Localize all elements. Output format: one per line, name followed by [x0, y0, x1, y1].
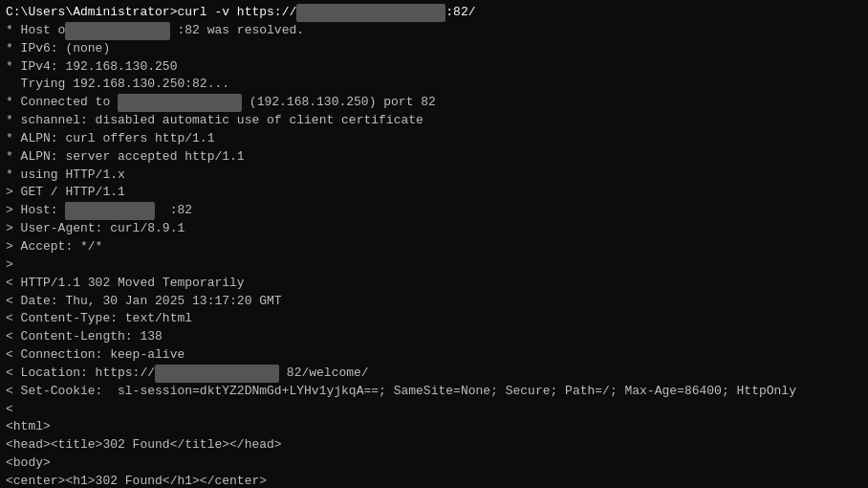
terminal-line-1: * Host o :82 was resolved. [6, 22, 862, 40]
terminal-line-21: < Set-Cookie: sl-session=dktYZ2DNmGd+LYH… [6, 383, 862, 401]
terminal-line-10: > GET / HTTP/1.1 [6, 184, 862, 202]
redacted-3 [65, 202, 155, 220]
terminal-line-18: < Content-Length: 138 [6, 328, 862, 346]
terminal-line-15: < HTTP/1.1 302 Moved Temporarily [6, 275, 862, 293]
terminal-line-11: > Host: :82 [6, 202, 862, 220]
terminal-line-6: * schannel: disabled automatic use of cl… [6, 112, 862, 130]
terminal-line-16: < Date: Thu, 30 Jan 2025 13:17:20 GMT [6, 293, 862, 311]
terminal-line-13: > Accept: */* [6, 238, 862, 256]
terminal-line-2: * IPv6: (none) [6, 40, 862, 58]
terminal-line-8: * ALPN: server accepted http/1.1 [6, 148, 862, 166]
prompt-port: :82/ [445, 5, 475, 19]
terminal-line-3: * IPv4: 192.168.130.250 [6, 58, 862, 77]
prompt-line: C:\Users\Administrator>curl -v https:// … [6, 4, 862, 22]
terminal-line-20: < Location: https:// 82/welcome/ [6, 365, 862, 383]
terminal-line-26: <center><h1>302 Found</h1></center> [6, 473, 862, 488]
terminal-line-7: * ALPN: curl offers http/1.1 [6, 130, 862, 148]
terminal-line-12: > User-Agent: curl/8.9.1 [6, 220, 862, 238]
terminal-line-17: < Content-Type: text/html [6, 310, 862, 328]
terminal-line-5: * Connected to (192.168.130.250) port 82 [6, 94, 862, 112]
redacted-1 [65, 22, 169, 40]
redacted-2 [118, 94, 242, 112]
terminal-line-4: Trying 192.168.130.250:82... [6, 76, 862, 94]
terminal-line-14: > [6, 256, 862, 275]
redacted-4 [155, 365, 279, 383]
terminal-line-23: <html> [6, 418, 862, 436]
terminal-line-22: < [6, 401, 862, 419]
terminal-window: C:\Users\Administrator>curl -v https:// … [0, 0, 868, 488]
terminal-line-25: <body> [6, 455, 862, 473]
terminal-line-24: <head><title>302 Found</title></head> [6, 436, 862, 455]
terminal-line-9: * using HTTP/1.x [6, 166, 862, 185]
redacted-host-prompt [296, 4, 445, 22]
terminal-line-19: < Connection: keep-alive [6, 346, 862, 365]
prompt-text: C:\Users\Administrator>curl -v https:// [6, 5, 296, 19]
